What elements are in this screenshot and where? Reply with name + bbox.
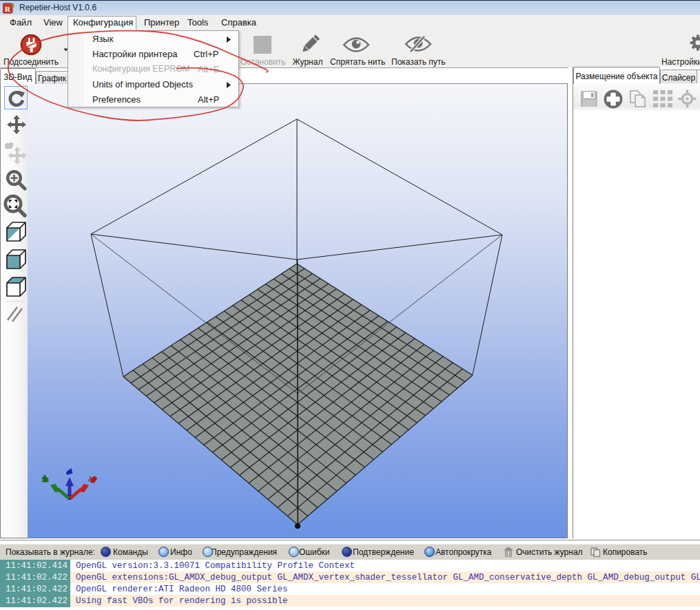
svg-text:R: R (5, 5, 11, 13)
